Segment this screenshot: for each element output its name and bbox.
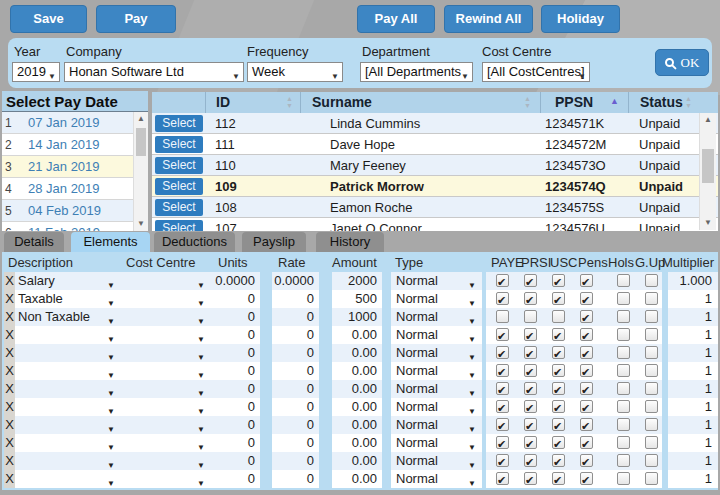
pens-checkbox[interactable]: [580, 328, 593, 341]
rate-field[interactable]: 0: [272, 398, 319, 416]
delete-row-button[interactable]: X: [4, 290, 15, 308]
amount-field[interactable]: 0.00: [332, 452, 382, 470]
pay-button[interactable]: Pay: [96, 5, 176, 33]
gup-checkbox[interactable]: [645, 328, 658, 341]
units-field[interactable]: 0: [213, 290, 260, 308]
amount-field[interactable]: 0.00: [332, 398, 382, 416]
tab-elements[interactable]: Elements: [71, 232, 150, 252]
type-select[interactable]: Normal ▼: [391, 416, 482, 434]
dropdown-arrow-icon[interactable]: ▼: [107, 475, 115, 488]
multiplier-field[interactable]: 1: [668, 398, 718, 416]
gup-checkbox[interactable]: [645, 364, 658, 377]
paye-checkbox[interactable]: [496, 292, 509, 305]
units-field[interactable]: 0: [213, 308, 260, 326]
rate-field[interactable]: 0: [272, 434, 319, 452]
select-employee-button[interactable]: Select: [155, 220, 203, 231]
units-field[interactable]: 0: [213, 326, 260, 344]
paye-checkbox[interactable]: [496, 328, 509, 341]
description-select[interactable]: ▼ ▼: [15, 380, 213, 398]
rate-field[interactable]: 0.0000: [272, 272, 319, 290]
scroll-down-icon[interactable]: ▼: [700, 216, 716, 230]
search-ok-button[interactable]: OK: [655, 49, 709, 76]
type-select[interactable]: Normal ▼: [391, 362, 482, 380]
scrollbar-thumb[interactable]: [702, 149, 714, 183]
prsi-checkbox[interactable]: [524, 292, 537, 305]
pay-date-row[interactable]: 3 21 Jan 2019: [2, 156, 148, 178]
amount-field[interactable]: 0.00: [332, 380, 382, 398]
type-select[interactable]: Normal ▼: [391, 434, 482, 452]
scroll-up-icon[interactable]: ▲: [134, 112, 148, 126]
paye-checkbox[interactable]: [496, 454, 509, 467]
department-select[interactable]: [All Departments ▼: [360, 62, 473, 82]
prsi-checkbox[interactable]: [524, 328, 537, 341]
gup-checkbox[interactable]: [645, 400, 658, 413]
delete-row-button[interactable]: X: [4, 272, 15, 290]
gup-checkbox[interactable]: [645, 292, 658, 305]
pens-checkbox[interactable]: [580, 310, 593, 323]
hols-checkbox[interactable]: [617, 436, 630, 449]
type-select[interactable]: Normal ▼: [391, 452, 482, 470]
pay-date-row[interactable]: 2 14 Jan 2019: [2, 134, 148, 156]
type-select[interactable]: Normal ▼: [391, 290, 482, 308]
hols-checkbox[interactable]: [617, 454, 630, 467]
cost-centre-select[interactable]: [All CostCentres] ▼: [482, 62, 590, 82]
scroll-down-icon[interactable]: ▼: [134, 217, 148, 231]
hols-checkbox[interactable]: [617, 364, 630, 377]
description-select[interactable]: Salary ▼ ▼: [15, 272, 213, 290]
ppsn-column-header[interactable]: PPSN ▲: [540, 92, 628, 113]
type-select[interactable]: Normal ▼: [391, 344, 482, 362]
multiplier-field[interactable]: 1: [668, 344, 718, 362]
rate-field[interactable]: 0: [272, 470, 319, 488]
rate-field[interactable]: 0: [272, 290, 319, 308]
units-field[interactable]: 0: [213, 380, 260, 398]
units-field[interactable]: 0: [213, 452, 260, 470]
gup-checkbox[interactable]: [645, 454, 658, 467]
description-select[interactable]: Non Taxable ▼ ▼: [15, 308, 213, 326]
type-select[interactable]: Normal ▼: [391, 272, 482, 290]
hols-checkbox[interactable]: [617, 328, 630, 341]
sort-icon[interactable]: ▲▼: [285, 95, 294, 109]
prsi-checkbox[interactable]: [524, 454, 537, 467]
paye-checkbox[interactable]: [496, 400, 509, 413]
usc-checkbox[interactable]: [552, 436, 565, 449]
usc-checkbox[interactable]: [552, 364, 565, 377]
employee-grid-scrollbar[interactable]: ▲ ▼: [699, 113, 716, 230]
select-employee-button[interactable]: Select: [155, 136, 203, 153]
multiplier-field[interactable]: 1: [668, 434, 718, 452]
prsi-checkbox[interactable]: [524, 364, 537, 377]
delete-row-button[interactable]: X: [4, 326, 15, 344]
description-select[interactable]: ▼ ▼: [15, 470, 213, 488]
description-select[interactable]: ▼ ▼: [15, 452, 213, 470]
multiplier-field[interactable]: 1: [668, 326, 718, 344]
multiplier-field[interactable]: 1: [668, 380, 718, 398]
pens-checkbox[interactable]: [580, 436, 593, 449]
id-column-header[interactable]: ID ▲▼: [205, 92, 300, 113]
hols-checkbox[interactable]: [617, 400, 630, 413]
sort-icon[interactable]: ▲▼: [684, 95, 693, 109]
tab-history[interactable]: History: [316, 232, 384, 252]
pay-date-link[interactable]: 11 Feb 2019: [28, 225, 100, 231]
amount-field[interactable]: 2000: [332, 272, 382, 290]
multiplier-field[interactable]: 1: [668, 308, 718, 326]
rate-field[interactable]: 0: [272, 362, 319, 380]
amount-field[interactable]: 0.00: [332, 344, 382, 362]
pens-checkbox[interactable]: [580, 292, 593, 305]
holiday-button[interactable]: Holiday: [541, 5, 620, 33]
delete-row-button[interactable]: X: [4, 470, 15, 488]
prsi-checkbox[interactable]: [524, 472, 537, 485]
rate-field[interactable]: 0: [272, 326, 319, 344]
paye-checkbox[interactable]: [496, 346, 509, 359]
dropdown-arrow-icon[interactable]: ▼: [197, 475, 205, 488]
usc-checkbox[interactable]: [552, 310, 565, 323]
rate-field[interactable]: 0: [272, 344, 319, 362]
surname-column-header[interactable]: Surname ▲▼: [300, 92, 540, 113]
pay-date-link[interactable]: 28 Jan 2019: [28, 181, 100, 196]
pens-checkbox[interactable]: [580, 472, 593, 485]
usc-checkbox[interactable]: [552, 418, 565, 431]
pens-checkbox[interactable]: [580, 274, 593, 287]
units-field[interactable]: 0.0000: [213, 272, 260, 290]
multiplier-field[interactable]: 1: [668, 290, 718, 308]
type-select[interactable]: Normal ▼: [391, 470, 482, 488]
paye-checkbox[interactable]: [496, 436, 509, 449]
gup-checkbox[interactable]: [645, 310, 658, 323]
